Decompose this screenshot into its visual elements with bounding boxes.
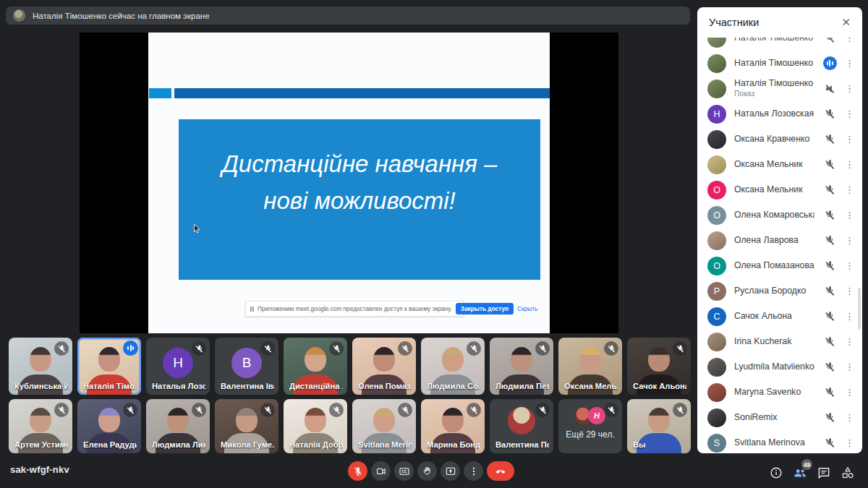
video-tile[interactable]: Елена Радудик xyxy=(77,399,141,453)
panel-scrollbar[interactable] xyxy=(858,288,861,330)
end-call-button[interactable] xyxy=(487,461,514,481)
more-options-icon[interactable]: ⋮ xyxy=(845,159,854,170)
chat-button[interactable] xyxy=(816,465,832,481)
stop-sharing-button[interactable]: Закрыть доступ xyxy=(456,303,514,314)
tile-mute-chip xyxy=(467,341,481,356)
video-tile[interactable]: Svitlana Merin... xyxy=(352,399,416,453)
captions-button[interactable]: CC xyxy=(394,461,414,481)
more-options-icon[interactable]: ⋮ xyxy=(845,311,854,322)
more-options-icon[interactable]: ⋮ xyxy=(845,108,854,119)
raise-hand-icon xyxy=(422,466,433,477)
more-options-icon[interactable]: ⋮ xyxy=(845,286,854,296)
tile-mute-chip xyxy=(329,403,344,417)
video-tile[interactable]: Наталія Добр... xyxy=(284,399,347,453)
letter-avatar: H xyxy=(588,407,605,424)
more-options-icon[interactable]: ⋮ xyxy=(845,260,854,271)
avatar: О xyxy=(707,206,726,225)
tile-name: Svitlana Merin... xyxy=(358,440,412,449)
participants-panel-header: Участники ✕ xyxy=(697,7,862,38)
avatar xyxy=(707,38,726,48)
activities-button[interactable] xyxy=(840,465,856,481)
self-video-tile[interactable]: Вы xyxy=(627,399,691,453)
video-tile[interactable]: Марина Бонд... xyxy=(421,399,485,453)
tile-name: Валентина Іван... xyxy=(221,382,274,390)
pause-icon[interactable] xyxy=(250,307,254,312)
video-tile[interactable]: Сачок Альона xyxy=(627,338,691,395)
tile-mute-chip xyxy=(467,403,481,417)
more-options-icon[interactable]: ⋮ xyxy=(845,437,854,448)
more-options-button[interactable] xyxy=(464,461,483,481)
participant-row: О Оксана Мельник ⋮ xyxy=(697,177,862,202)
participant-row: Р Руслана Бородко ⋮ xyxy=(697,278,862,304)
tile-mute-chip xyxy=(123,403,137,417)
tile-mute-chip xyxy=(535,341,550,356)
more-options-icon[interactable]: ⋮ xyxy=(845,83,854,94)
participant-name: SoniRemix xyxy=(734,412,814,423)
more-options-icon[interactable]: ⋮ xyxy=(845,387,854,398)
video-tile[interactable]: Микола Гуме... xyxy=(215,399,278,453)
video-tile[interactable]: Людмила Лик... xyxy=(146,399,210,453)
mic-off-icon xyxy=(825,286,835,296)
more-options-icon[interactable]: ⋮ xyxy=(845,184,854,195)
more-options-icon[interactable]: ⋮ xyxy=(845,210,854,221)
letter-avatar: Н xyxy=(163,348,193,378)
more-options-icon[interactable]: ⋮ xyxy=(845,134,854,145)
more-options-icon[interactable]: ⋮ xyxy=(845,58,854,69)
video-tile-active-speaker[interactable]: Наталія Тімо... xyxy=(77,338,141,395)
speaking-indicator-icon xyxy=(823,56,837,70)
video-tile[interactable]: Н Наталья Лозов... xyxy=(146,338,210,395)
video-tile[interactable]: Оксана Мель... xyxy=(558,338,622,395)
mic-off-icon xyxy=(825,361,835,372)
video-tile[interactable]: Людмила Пет... xyxy=(490,338,553,395)
tile-mute-chip xyxy=(54,403,69,417)
participants-button[interactable]: 49 xyxy=(792,465,808,481)
mic-off-icon xyxy=(825,336,835,347)
mic-off-icon xyxy=(825,134,835,145)
participants-count-badge: 49 xyxy=(801,459,812,470)
video-tiles-row-1: Кублинська И... Наталія Тімо... Н Наталь… xyxy=(9,338,691,395)
video-tile[interactable]: Кублинська И... xyxy=(9,338,72,395)
captions-icon: CC xyxy=(399,466,410,477)
tile-mute-chip xyxy=(260,403,275,417)
meeting-code: sak-wfgf-nkv xyxy=(10,464,69,475)
meeting-details-button[interactable] xyxy=(768,465,784,481)
tile-name: Олена Помаз... xyxy=(358,382,412,390)
present-button[interactable] xyxy=(441,461,460,481)
participant-name: Svitlana Merinova xyxy=(734,437,814,448)
mouse-cursor xyxy=(193,223,201,234)
avatar: S xyxy=(707,434,726,453)
more-options-icon[interactable]: ⋮ xyxy=(845,38,854,43)
close-icon[interactable]: ✕ xyxy=(841,16,851,29)
avatar xyxy=(707,383,726,402)
participant-name: Irina Kucherak xyxy=(734,336,814,347)
slide-title-line1: Дистанційне навчання – xyxy=(222,145,498,182)
video-tile[interactable]: Олена Помаз... xyxy=(352,338,416,395)
video-tile[interactable]: Людмила Со... xyxy=(421,338,485,395)
end-call-icon xyxy=(494,465,507,478)
avatar xyxy=(707,231,726,250)
video-tile[interactable]: Дистанційна ... xyxy=(284,338,347,395)
video-tile[interactable]: В Валентина Іван... xyxy=(215,338,278,395)
more-options-icon[interactable]: ⋮ xyxy=(845,235,854,246)
tile-name: Кублинська И... xyxy=(14,382,68,390)
more-options-icon[interactable]: ⋮ xyxy=(845,412,854,423)
raise-hand-button[interactable] xyxy=(417,461,437,481)
mic-toggle-button[interactable] xyxy=(348,461,367,481)
hide-notification-link[interactable]: Скрыть xyxy=(517,305,537,312)
tile-name: Оксана Мель... xyxy=(564,382,618,390)
more-participants-tile[interactable]: H Ещё 29 чел. xyxy=(558,399,622,453)
mic-off-icon xyxy=(825,38,835,43)
tile-mute-chip xyxy=(398,341,412,356)
speaking-indicator-icon xyxy=(123,341,138,356)
video-tile[interactable]: Артем Устиме... xyxy=(9,399,72,453)
more-options-icon[interactable]: ⋮ xyxy=(845,361,854,372)
tile-mute-chip xyxy=(673,403,687,417)
tile-mute-chip xyxy=(604,403,618,417)
bottom-right-icons: 49 xyxy=(768,465,856,481)
more-options-icon[interactable]: ⋮ xyxy=(845,336,854,347)
tile-mute-chip xyxy=(192,341,206,356)
participant-row: С Сачок Альона ⋮ xyxy=(697,304,862,329)
participant-name: Руслана Бородко xyxy=(734,286,814,296)
video-tile[interactable]: Валентина Пот... xyxy=(490,399,553,453)
camera-toggle-button[interactable] xyxy=(371,461,391,481)
